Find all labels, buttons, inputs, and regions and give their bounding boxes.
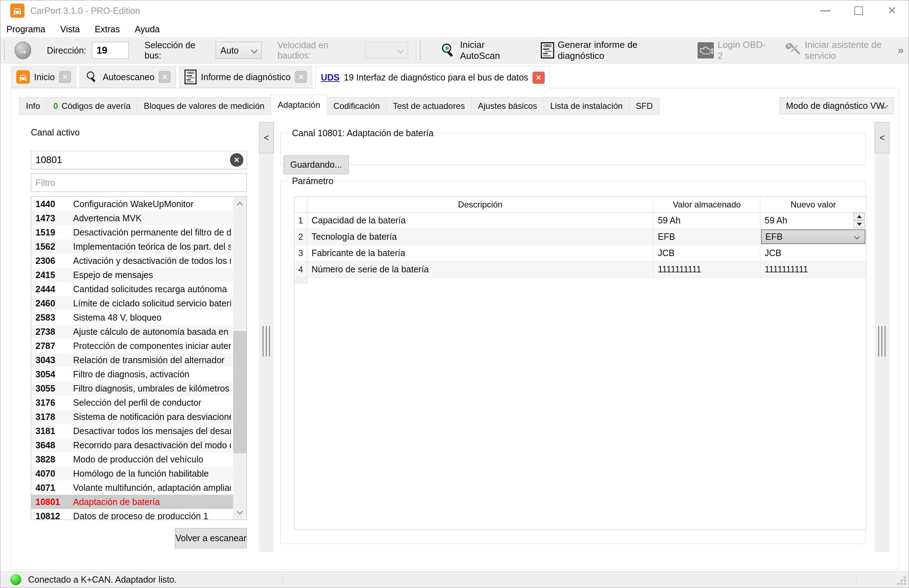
clear-channel-icon[interactable]: ✕: [230, 153, 243, 167]
subtab-bloques-de-valores-de-medicion[interactable]: Bloques de valores de medición: [137, 97, 271, 115]
navigate-button[interactable]: →: [15, 42, 32, 59]
channel-label: Modo de producción del vehículo: [73, 454, 203, 465]
diagnostic-report-label: Generar informe de diagnóstico: [558, 39, 679, 61]
maximize-button[interactable]: [842, 0, 875, 21]
channel-row-2460[interactable]: 2460Límite de ciclado solicitud servicio…: [31, 296, 247, 310]
channel-row-3176[interactable]: 3176Selección del perfil de conductor: [31, 396, 247, 410]
channel-code: 2583: [36, 312, 73, 323]
subtab-sfd[interactable]: SFD: [629, 97, 660, 115]
channel-row-3055[interactable]: 3055Filtro diagnosis, umbrales de kilóme…: [31, 381, 247, 396]
tab-autoescaneo[interactable]: Autoescaneo✕: [79, 66, 176, 88]
channel-code: 3828: [36, 454, 73, 465]
obd-report-icon: OBD: [541, 42, 554, 58]
splitter-grip[interactable]: [262, 326, 270, 356]
right-splitter[interactable]: <: [875, 122, 890, 552]
minimize-button[interactable]: [809, 0, 842, 21]
channel-label: Relación de transmisión del alternador: [73, 355, 225, 365]
menu-item-vista[interactable]: Vista: [60, 24, 80, 34]
channel-row-2583[interactable]: 2583Sistema 48 V, bloqueo: [31, 310, 247, 325]
scroll-up-button[interactable]: [233, 197, 247, 211]
new-value-cell[interactable]: EFB: [760, 229, 866, 245]
channel-row-1473[interactable]: 1473Advertencia MVK: [31, 211, 247, 225]
channel-row-3828[interactable]: 3828Modo de producción del vehículo: [31, 452, 247, 466]
channel-row-3178[interactable]: 3178Sistema de notificación para desviac…: [31, 410, 247, 424]
menu-item-ayuda[interactable]: Ayuda: [135, 24, 160, 34]
channel-row-2787[interactable]: 2787Protección de componentes iniciar au…: [31, 339, 247, 353]
channel-row-1440[interactable]: 1440Configuración WakeUpMonitor: [31, 197, 247, 211]
channel-row-4071[interactable]: 4071Volante multifunción, adaptación amp…: [31, 481, 247, 495]
channel-row-1562[interactable]: 1562Implementación teórica de los part. …: [31, 239, 247, 254]
description-cell: Número de serie de la batería: [307, 262, 653, 278]
channel-row-2415[interactable]: 2415Espejo de mensajes: [31, 268, 247, 282]
channel-row-10801[interactable]: 10801Adaptación de batería: [31, 495, 247, 509]
channel-row-3181[interactable]: 3181Desactivar todos los mensajes del de…: [31, 424, 247, 438]
subtab-adaptacion[interactable]: Adaptación: [271, 95, 327, 115]
spinner-down-button[interactable]: [854, 221, 865, 228]
tab-close-icon[interactable]: ✕: [59, 71, 71, 83]
column-header-valor-almacenado: Valor almacenado: [653, 197, 760, 212]
channel-row-3043[interactable]: 3043Relación de transmisión del alternad…: [31, 353, 247, 367]
subtab-label: Códigos de avería: [61, 101, 131, 111]
new-value-select[interactable]: EFB: [761, 229, 865, 244]
baud-select: [365, 42, 408, 59]
spinner-up-button[interactable]: [854, 213, 865, 220]
channel-row-2444[interactable]: 2444Cantidad solicitudes recarga autónom…: [31, 282, 247, 296]
subtab-info[interactable]: Info: [19, 97, 47, 115]
channel-row-2738[interactable]: 2738Ajuste cálculo de autonomía basada e…: [31, 325, 247, 339]
toolbar-grip[interactable]: [419, 40, 422, 60]
subtab-test-de-actuadores[interactable]: Test de actuadores: [386, 97, 472, 115]
tab-close-icon[interactable]: ✕: [295, 71, 307, 83]
splitter-grip[interactable]: [878, 326, 886, 356]
toolbar-grip[interactable]: [3, 40, 6, 60]
subtab-ajustes-basicos[interactable]: Ajustes básicos: [471, 97, 544, 115]
tab-informe-de-diagnostico[interactable]: OBDInforme de diagnóstico✕: [179, 66, 312, 88]
new-value-cell[interactable]: 59 Ah: [760, 212, 866, 229]
channel-code: 2415: [36, 270, 73, 280]
diagnostic-report-button[interactable]: OBD Generar informe de diagnóstico: [541, 39, 679, 61]
resize-grip-icon[interactable]: [897, 576, 906, 585]
autoscan-button[interactable]: Iniciar AutoScan: [440, 39, 522, 61]
subtab-lista-de-instalacion[interactable]: Lista de instalación: [543, 97, 629, 115]
close-button[interactable]: ✕: [875, 0, 909, 21]
channel-row-3054[interactable]: 3054Filtro de diagnosis, activación: [31, 367, 247, 381]
tab-inicio[interactable]: Inicio✕: [11, 66, 76, 88]
subtab-codificacion[interactable]: Codificación: [327, 97, 387, 115]
rescan-button[interactable]: Volver a escanear: [175, 528, 247, 548]
bus-select[interactable]: Auto: [216, 42, 262, 59]
tab-close-icon[interactable]: ✕: [159, 71, 171, 83]
channel-groupbox-title: Canal 10801: Adaptación de batería: [288, 128, 437, 138]
menu-item-extras[interactable]: Extras: [95, 24, 120, 34]
active-channel-input[interactable]: [31, 151, 247, 169]
toolbar-overflow-chevrons-icon[interactable]: »: [898, 44, 904, 56]
subtab-label: Adaptación: [277, 100, 320, 110]
channel-label: Adaptación de batería: [73, 497, 160, 507]
channel-row-2306[interactable]: 2306Activación y desactivación de todos …: [31, 254, 247, 268]
collapse-right-button[interactable]: <: [875, 122, 890, 153]
channel-row-4070[interactable]: 4070Homólogo de la función habilitable: [31, 466, 247, 481]
channel-code: 3648: [36, 440, 73, 451]
scrollbar-thumb[interactable]: [233, 331, 247, 453]
new-value-spinner[interactable]: [854, 213, 865, 228]
tab-close-icon[interactable]: ✕: [532, 72, 545, 84]
car-icon: [16, 70, 30, 84]
diagnostic-mode-select[interactable]: Modo de diagnóstico VW: [780, 97, 893, 114]
left-splitter[interactable]: <: [259, 122, 274, 552]
channel-row-10812[interactable]: 10812Datos de proceso de producción 1: [31, 509, 247, 520]
channel-code: 4071: [36, 483, 73, 493]
tab-19-interfaz-de-diagnostico-para-el-bus-de-datos[interactable]: UDS19 Interfaz de diagnóstico para el bu…: [315, 66, 550, 89]
service-assistant-button: Iniciar asistente de servicio: [786, 39, 909, 61]
scroll-down-button[interactable]: [233, 506, 247, 520]
direccion-input[interactable]: [92, 42, 129, 59]
channel-label: Advertencia MVK: [73, 213, 142, 223]
filter-input[interactable]: [31, 174, 247, 192]
channel-label: Protección de componentes iniciar autent…: [73, 341, 231, 351]
channel-row-1519[interactable]: 1519Desactivación permanente del filtro …: [31, 225, 247, 239]
menu-item-programa[interactable]: Programa: [6, 24, 45, 34]
channel-list-scrollbar[interactable]: [233, 197, 247, 520]
subtab-label: Test de actuadores: [393, 101, 465, 111]
channel-row-3648[interactable]: 3648Recorrido para desactivación del mod…: [31, 438, 247, 452]
subtab-codigos-de-averia[interactable]: 0Códigos de avería: [47, 97, 137, 115]
collapse-left-button[interactable]: <: [259, 122, 274, 153]
saving-button[interactable]: Guardando...: [283, 155, 349, 174]
svg-text:OBD: OBD: [187, 71, 194, 75]
